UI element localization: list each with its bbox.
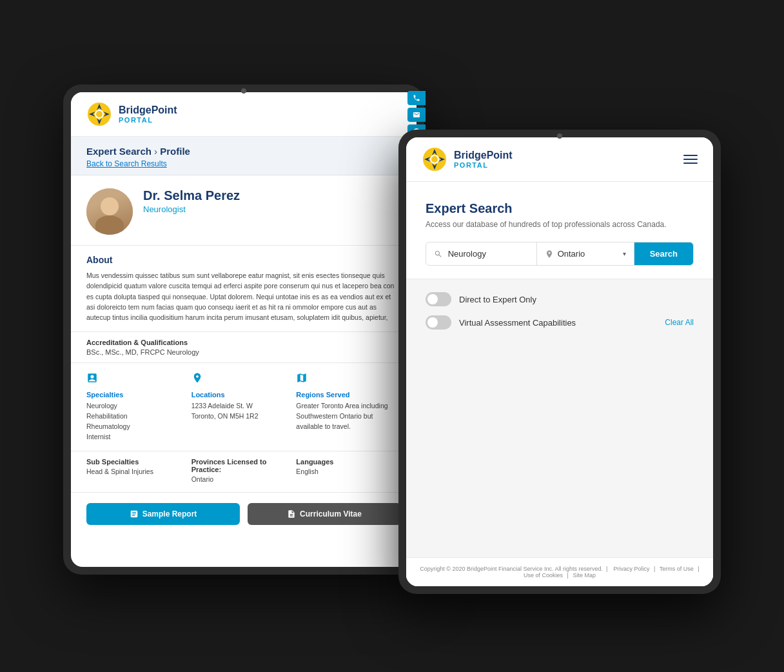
hamburger-menu[interactable] [683, 155, 698, 164]
filter-2-left: Virtual Assessment Capabilities [426, 315, 576, 330]
chevron-down-icon: ▾ [623, 250, 626, 257]
accreditation-section: Accreditation & Qualifications BSc., MSc… [71, 332, 416, 363]
address-line2: Toronto, ON M5H 1R2 [191, 412, 259, 420]
right-header: BridgePoint PORTAL [406, 137, 713, 182]
regions-icon [296, 372, 393, 388]
hero-title: Expert Search [426, 201, 694, 216]
provinces-col: Provinces Licensed to Practice: Ontario [191, 458, 297, 483]
right-footer: Copyright © 2020 BridgePoint Financial S… [406, 557, 713, 586]
logo-left: BridgePoint PORTAL [86, 101, 177, 127]
specialties-icon [86, 372, 184, 388]
filter-2-toggle[interactable] [426, 315, 451, 330]
footer-terms[interactable]: Terms of Use [660, 566, 694, 572]
email-icon [413, 111, 416, 119]
clear-all-link[interactable]: Clear All [665, 318, 694, 327]
action-buttons: Sample Report Curriculum Vitae [71, 493, 416, 535]
sub-specialties-col: Sub Specialties Head & Spinal Injuries [86, 458, 191, 483]
email-badge [407, 108, 416, 122]
svg-point-5 [431, 156, 438, 163]
curriculum-vitae-button[interactable]: Curriculum Vitae [248, 503, 401, 525]
specialties-col: Specialties NeurologyRehabilitationRheum… [86, 372, 191, 442]
phone-icon [413, 94, 416, 102]
profile-section: Dr. Selma Perez Neurologist [71, 175, 416, 246]
filter-1-left: Direct to Expert Only [426, 292, 536, 306]
profile-name: Dr. Selma Perez [143, 188, 401, 203]
cv-icon [287, 509, 296, 519]
languages-col: Languages English [296, 458, 401, 483]
brand-name-right: BridgePoint [454, 150, 513, 161]
filter-1-label: Direct to Expert Only [459, 295, 536, 304]
filter-1-slider [426, 292, 451, 306]
languages-value: English [296, 468, 401, 475]
left-nav-bar: Expert Search › Profile Back to Search R… [71, 137, 416, 175]
provinces-value: Ontario [191, 475, 297, 483]
about-text: Mus vendessim quissec tatibus sum sunt v… [86, 270, 401, 322]
locations-col: Locations 1233 Adelaide St. W Toronto, O… [191, 372, 297, 442]
footer-sitemap[interactable]: Site Map [573, 572, 596, 578]
filter-2-label: Virtual Assessment Capabilities [459, 318, 576, 328]
footer-privacy[interactable]: Privacy Policy [613, 566, 649, 572]
logo-text-right: BridgePoint PORTAL [454, 150, 513, 169]
regions-value: Greater Toronto Area including Southwest… [296, 401, 393, 431]
brand-portal-right: PORTAL [454, 161, 513, 169]
breadcrumb: Expert Search › Profile [86, 146, 401, 157]
hero-subtitle: Access our database of hundreds of top p… [426, 220, 694, 229]
sample-report-label: Sample Report [142, 509, 197, 519]
location-pin-icon [545, 250, 554, 259]
logo-icon-right [422, 146, 447, 172]
details-grid: Specialties NeurologyRehabilitationRheum… [71, 363, 416, 451]
location-wrap: Ontario British Columbia Alberta Quebec … [537, 242, 634, 265]
right-content: Expert Search Access our database of hun… [406, 182, 713, 586]
brand-portal-left: PORTAL [119, 116, 177, 124]
curriculum-vitae-label: Curriculum Vitae [300, 509, 362, 519]
specialties-values: NeurologyRehabilitationRheumatologyInter… [86, 401, 184, 442]
filter-row-2: Virtual Assessment Capabilities Clear Al… [426, 315, 694, 330]
logo-icon-left [86, 101, 112, 127]
sample-report-icon [130, 509, 139, 519]
breadcrumb-separator: › [154, 146, 160, 157]
locations-icon [191, 372, 289, 388]
sub-details-grid: Sub Specialties Head & Spinal Injuries P… [71, 451, 416, 493]
specialties-label: Specialties [86, 391, 184, 399]
tablet-right: BridgePoint PORTAL Expert Search Access … [398, 130, 721, 594]
sub-specialties-value: Head & Spinal Injuries [86, 468, 191, 475]
footer-copyright: Copyright © 2020 BridgePoint Financial S… [420, 566, 603, 572]
search-input[interactable] [448, 242, 529, 265]
logo-right: BridgePoint PORTAL [422, 146, 513, 172]
brand-name-left: BridgePoint [119, 104, 177, 116]
search-input-wrap [426, 242, 537, 265]
about-section: About Mus vendessim quissec tatibus sum … [71, 246, 416, 332]
breadcrumb-section: Expert Search [86, 146, 152, 157]
filter-1-toggle[interactable] [426, 292, 451, 306]
accreditation-value: BSc., MSc., MD, FRCPC Neurology [86, 348, 401, 356]
svg-point-2 [96, 111, 103, 117]
locations-value: 1233 Adelaide St. W Toronto, ON M5H 1R2 [191, 401, 289, 422]
tablet-left: BridgePoint PORTAL Expert Search › Profi… [63, 84, 424, 575]
expert-search-hero: Expert Search Access our database of hun… [406, 182, 713, 279]
location-select[interactable]: Ontario British Columbia Alberta Quebec [558, 249, 619, 259]
filter-row-1: Direct to Expert Only [426, 292, 694, 306]
search-icon [434, 249, 443, 259]
about-heading: About [86, 255, 401, 265]
search-button[interactable]: Search [634, 242, 693, 265]
logo-text-left: BridgePoint PORTAL [119, 104, 177, 124]
address-line1: 1233 Adelaide St. W [191, 402, 253, 410]
sample-report-button[interactable]: Sample Report [86, 503, 240, 525]
sub-specialties-label: Sub Specialties [86, 458, 191, 466]
phone-badge [407, 92, 416, 105]
avatar [86, 188, 133, 235]
provinces-label: Provinces Licensed to Practice: [191, 458, 297, 473]
regions-label: Regions Served [296, 391, 393, 399]
locations-label: Locations [191, 391, 289, 399]
breadcrumb-page: Profile [160, 146, 190, 157]
profile-info: Dr. Selma Perez Neurologist [143, 188, 401, 214]
search-bar: Ontario British Columbia Alberta Quebec … [426, 242, 694, 266]
footer-cookies[interactable]: Use of Cookies [524, 572, 563, 578]
languages-label: Languages [296, 458, 401, 466]
back-link[interactable]: Back to Search Results [86, 159, 401, 168]
regions-col: Regions Served Greater Toronto Area incl… [296, 372, 401, 442]
filter-2-slider [426, 315, 451, 330]
accreditation-label: Accreditation & Qualifications [86, 339, 401, 346]
filters-section: Direct to Expert Only Virtual Assessment… [406, 279, 713, 557]
left-header: BridgePoint PORTAL [71, 92, 416, 137]
